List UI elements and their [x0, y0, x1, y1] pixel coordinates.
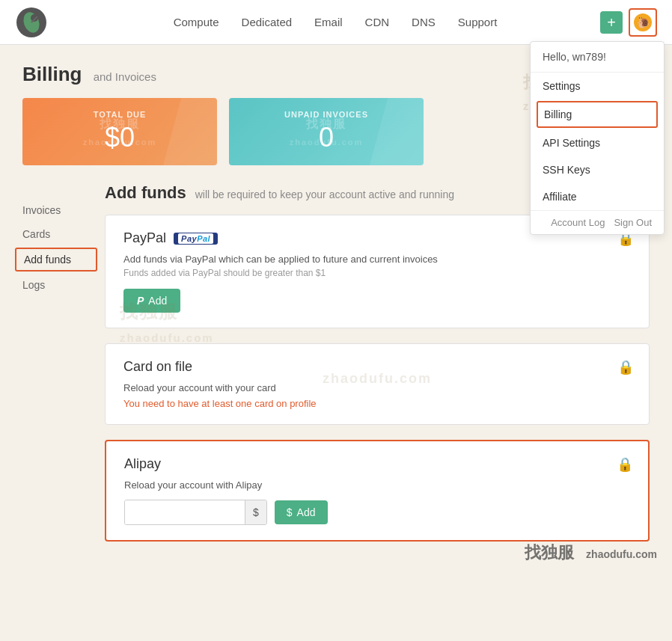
alipay-input-wrap: $ — [124, 500, 267, 525]
alipay-amount-input[interactable] — [125, 500, 245, 524]
dropdown-greeting: Hello, wn789! — [531, 42, 664, 73]
content-title: Add funds — [105, 183, 186, 202]
alipay-dollar-sign: $ — [245, 500, 266, 524]
content-subtitle: will be required to keep your account ac… — [195, 188, 454, 200]
paypal-add-label: Add — [148, 295, 167, 307]
nav-support[interactable]: Support — [458, 16, 498, 28]
card-lock-icon: 🔒 — [617, 359, 634, 375]
total-due-value: $0 — [105, 122, 135, 153]
dropdown-billing[interactable]: Billing — [537, 101, 658, 128]
alipay-desc: Reload your account with Alipay — [124, 479, 630, 491]
dropdown-ssh-keys[interactable]: SSH Keys — [531, 156, 664, 183]
paypal-add-button[interactable]: P Add — [123, 289, 180, 313]
nav-compute[interactable]: Compute — [174, 16, 219, 28]
unpaid-invoices-value: 0 — [319, 122, 334, 153]
paypal-note: Funds added via PayPal should be greater… — [123, 268, 631, 278]
paypal-p-icon: P — [137, 295, 144, 307]
paypal-logo: PayPal — [174, 233, 218, 245]
unpaid-invoices-label: UNPAID INVOICES — [284, 110, 368, 119]
dropdown-settings[interactable]: Settings — [531, 73, 664, 99]
nav-dns[interactable]: DNS — [412, 16, 436, 28]
card-on-file-section: 🔒 Card on file Reload your account with … — [105, 343, 650, 425]
sidebar-cards[interactable]: Cards — [0, 222, 105, 246]
navbar: Compute Dedicated Email CDN DNS Support … — [0, 0, 672, 45]
account-log-link[interactable]: Account Log — [551, 217, 605, 228]
avatar-button[interactable]: 🐌 — [629, 8, 657, 37]
alipay-section: 🔒 Alipay Reload your account with Alipay… — [105, 440, 650, 542]
sidebar-add-funds[interactable]: Add funds — [15, 248, 97, 272]
sign-out-link[interactable]: Sign Out — [614, 217, 652, 228]
plus-button[interactable]: + — [600, 11, 623, 34]
total-due-card: TOTAL DUE $0 找独服 zhaodufu.com — [22, 98, 217, 165]
svg-text:🐌: 🐌 — [637, 16, 650, 29]
dropdown-footer: Account Log Sign Out — [531, 210, 664, 234]
nav-email[interactable]: Email — [314, 16, 343, 28]
alipay-title: Alipay — [124, 456, 630, 472]
content-area: Add funds will be required to keep your … — [105, 183, 672, 579]
logo[interactable] — [15, 6, 48, 39]
alipay-input-row: $ $ Add — [124, 500, 630, 525]
alipay-dollar-btn-icon: $ — [287, 506, 293, 518]
dropdown-api-settings[interactable]: API Settings — [531, 129, 664, 156]
unpaid-invoices-card: UNPAID INVOICES 0 找独服 zhaodufu.com — [229, 98, 424, 165]
card-title: Card on file — [123, 359, 631, 375]
sidebar-invoices[interactable]: Invoices — [0, 198, 105, 222]
card-desc: Reload your account with your card — [123, 382, 631, 393]
svg-point-2 — [31, 14, 38, 22]
nav-cdn[interactable]: CDN — [365, 16, 390, 28]
total-due-label: TOTAL DUE — [94, 110, 147, 119]
nav-links: Compute Dedicated Email CDN DNS Support — [70, 16, 600, 28]
paypal-desc: Add funds via PayPal which can be applie… — [123, 254, 631, 265]
nav-dedicated[interactable]: Dedicated — [242, 16, 293, 28]
alipay-add-label: Add — [297, 506, 316, 518]
main-layout: Invoices Cards Add funds Logs Add funds … — [0, 183, 672, 579]
alipay-lock-icon: 🔒 — [617, 456, 633, 473]
card-warning: You need to have at least one card on pr… — [123, 398, 631, 409]
dropdown-affiliate[interactable]: Affiliate — [531, 183, 664, 210]
alipay-add-button[interactable]: $ Add — [275, 500, 328, 524]
sidebar-logs[interactable]: Logs — [0, 273, 105, 297]
billing-title: Billing — [22, 63, 82, 85]
billing-subtitle: and Invoices — [94, 70, 156, 83]
dropdown-menu: Hello, wn789! Settings Billing API Setti… — [530, 41, 665, 235]
sidebar: Invoices Cards Add funds Logs — [0, 183, 105, 579]
nav-right: + 🐌 — [600, 8, 657, 37]
